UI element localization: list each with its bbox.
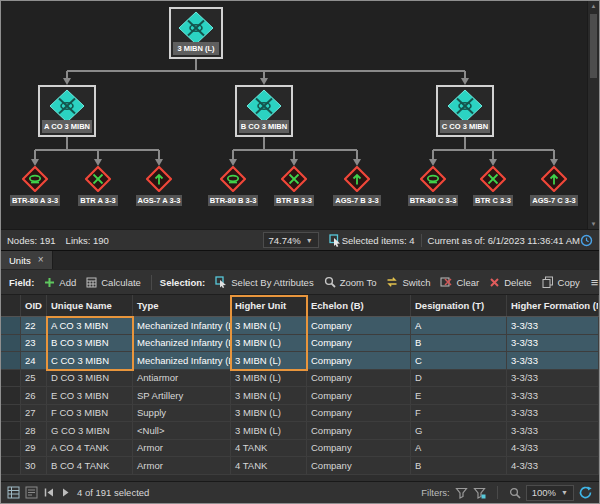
- switch-selection-button[interactable]: Switch: [381, 273, 435, 291]
- calculate-button[interactable]: Calculate: [81, 274, 146, 291]
- cell-type[interactable]: Supply: [133, 405, 231, 422]
- clock-icon[interactable]: [580, 234, 593, 247]
- header-type[interactable]: Type: [133, 295, 231, 316]
- row-selector[interactable]: [1, 352, 21, 369]
- cell-echelon[interactable]: Company: [307, 422, 411, 439]
- table-row[interactable]: 29 A CO 4 TANK Armor 4 TANK Company A 4-…: [1, 440, 599, 458]
- node-btr-80-b-3-3[interactable]: BTR-80 B 3-3: [198, 166, 268, 206]
- scrollbar-thumb[interactable]: [590, 14, 597, 78]
- cell-type[interactable]: <Null>: [133, 422, 231, 439]
- table-row[interactable]: 27 F CO 3 MIBN Supply 3 MIBN (L) Company…: [1, 405, 599, 423]
- node-a-co-3-mibn[interactable]: A CO 3 MIBN: [38, 85, 96, 137]
- header-designation[interactable]: Designation (T): [411, 295, 507, 316]
- node-3-mibn-l[interactable]: 3 MIBN (L): [169, 7, 223, 59]
- cell-higher-formation[interactable]: 3-3/33: [507, 335, 599, 352]
- cell-oid[interactable]: 23: [21, 335, 47, 352]
- cell-higher-formation[interactable]: 4-3/33: [507, 440, 599, 457]
- cell-type[interactable]: Armor: [133, 440, 231, 457]
- node-ags-7-c-3-3[interactable]: AGS-7 C 3-3: [519, 166, 589, 206]
- cell-echelon[interactable]: Company: [307, 335, 411, 352]
- zoom-icon[interactable]: [509, 487, 521, 499]
- refresh-icon[interactable]: [579, 486, 593, 499]
- cell-designation[interactable]: C: [411, 352, 507, 369]
- table-row[interactable]: 22 A CO 3 MIBN Mechanized Infantry (Li..…: [1, 317, 599, 335]
- cell-designation[interactable]: F: [411, 405, 507, 422]
- node-b-co-3-mibn[interactable]: B CO 3 MIBN: [235, 85, 293, 137]
- cell-unique-name[interactable]: B CO 3 MIBN: [47, 335, 133, 352]
- cell-oid[interactable]: 27: [21, 405, 47, 422]
- cell-type[interactable]: Antiarmor: [133, 370, 231, 387]
- table-row[interactable]: 30 B CO 4 TANK Armor 4 TANK Company B 4-…: [1, 457, 599, 475]
- cell-type[interactable]: SP Artillery: [133, 387, 231, 404]
- node-ags-7-a-3-3[interactable]: AGS-7 A 3-3: [124, 166, 194, 206]
- chart-zoom-control[interactable]: 74.74% ▼: [263, 232, 319, 248]
- cell-higher-unit[interactable]: 3 MIBN (L): [231, 317, 307, 334]
- cell-type[interactable]: Armor: [133, 457, 231, 474]
- table-zoom-control[interactable]: 100% ▼: [526, 485, 574, 501]
- table-view-icon[interactable]: [7, 486, 20, 499]
- cell-echelon[interactable]: Company: [307, 387, 411, 404]
- form-view-icon[interactable]: [25, 486, 38, 499]
- cell-higher-unit[interactable]: 3 MIBN (L): [231, 352, 307, 369]
- cell-higher-unit[interactable]: 3 MIBN (L): [231, 370, 307, 387]
- cell-unique-name[interactable]: A CO 3 MIBN: [47, 317, 133, 334]
- copy-button[interactable]: Copy: [537, 273, 585, 291]
- cell-unique-name[interactable]: E CO 3 MIBN: [47, 387, 133, 404]
- first-record-icon[interactable]: [43, 487, 55, 498]
- filter-icon[interactable]: [455, 487, 468, 499]
- cell-type[interactable]: Mechanized Infantry (Li...: [133, 317, 231, 334]
- cell-type[interactable]: Mechanized Infantry (Li...: [133, 352, 231, 369]
- cell-oid[interactable]: 25: [21, 370, 47, 387]
- cell-unique-name[interactable]: D CO 3 MIBN: [47, 370, 133, 387]
- cell-unique-name[interactable]: B CO 4 TANK: [47, 457, 133, 474]
- table-row[interactable]: 28 G CO 3 MIBN <Null> 3 MIBN (L) Company…: [1, 422, 599, 440]
- cell-designation[interactable]: A: [411, 317, 507, 334]
- table-row[interactable]: 24 C CO 3 MIBN Mechanized Infantry (Li..…: [1, 352, 599, 370]
- node-btr-a-3-3[interactable]: BTR A 3-3: [63, 166, 133, 206]
- row-selector[interactable]: [1, 440, 21, 457]
- cell-designation[interactable]: B: [411, 457, 507, 474]
- cell-higher-formation[interactable]: 3-3/33: [507, 387, 599, 404]
- tab-units[interactable]: Units ×: [1, 251, 53, 269]
- cell-higher-formation[interactable]: 3-3/33: [507, 370, 599, 387]
- table-row[interactable]: 26 E CO 3 MIBN SP Artillery 3 MIBN (L) C…: [1, 387, 599, 405]
- node-c-co-3-mibn[interactable]: C CO 3 MIBN: [436, 85, 494, 137]
- close-icon[interactable]: ×: [38, 255, 44, 265]
- node-btr-b-3-3[interactable]: BTR B 3-3: [259, 166, 329, 206]
- cell-designation[interactable]: E: [411, 387, 507, 404]
- cell-echelon[interactable]: Company: [307, 352, 411, 369]
- cell-echelon[interactable]: Company: [307, 317, 411, 334]
- cell-higher-formation[interactable]: 3-3/33: [507, 352, 599, 369]
- cell-designation[interactable]: A: [411, 440, 507, 457]
- header-echelon[interactable]: Echelon (B): [307, 295, 411, 316]
- link-chart-canvas[interactable]: 3 MIBN (L) A CO 3 MIBN B CO 3 MIBN C CO …: [1, 1, 599, 229]
- cell-designation[interactable]: D: [411, 370, 507, 387]
- cell-designation[interactable]: G: [411, 422, 507, 439]
- row-selector[interactable]: [1, 317, 21, 334]
- delete-button[interactable]: Delete: [484, 274, 536, 291]
- cell-higher-formation[interactable]: 3-3/33: [507, 317, 599, 334]
- cell-oid[interactable]: 30: [21, 457, 47, 474]
- cell-oid[interactable]: 22: [21, 317, 47, 334]
- cell-unique-name[interactable]: A CO 4 TANK: [47, 440, 133, 457]
- filter-selection-icon[interactable]: [473, 487, 486, 499]
- cell-unique-name[interactable]: F CO 3 MIBN: [47, 405, 133, 422]
- scroll-up-icon[interactable]: ▲: [588, 1, 599, 11]
- zoom-to-button[interactable]: Zoom To: [319, 273, 382, 291]
- next-record-icon[interactable]: [60, 487, 72, 498]
- cell-echelon[interactable]: Company: [307, 405, 411, 422]
- select-by-attributes-button[interactable]: Select By Attributes: [210, 273, 318, 291]
- header-higher-formation[interactable]: Higher Formation (M): [507, 295, 599, 316]
- node-ags-7-b-3-3[interactable]: AGS-7 B 3-3: [322, 166, 392, 206]
- header-higher-unit[interactable]: Higher Unit: [231, 295, 307, 316]
- row-selector[interactable]: [1, 387, 21, 404]
- cell-type[interactable]: Mechanized Infantry (Li...: [133, 335, 231, 352]
- cell-oid[interactable]: 28: [21, 422, 47, 439]
- cell-unique-name[interactable]: C CO 3 MIBN: [47, 352, 133, 369]
- row-selector[interactable]: [1, 457, 21, 474]
- chart-vertical-scrollbar[interactable]: ▲ ▼: [587, 1, 599, 229]
- cell-higher-unit[interactable]: 3 MIBN (L): [231, 422, 307, 439]
- panel-menu-icon[interactable]: ≡: [585, 275, 600, 290]
- cell-oid[interactable]: 26: [21, 387, 47, 404]
- node-btr-c-3-3[interactable]: BTR C 3-3: [458, 166, 528, 206]
